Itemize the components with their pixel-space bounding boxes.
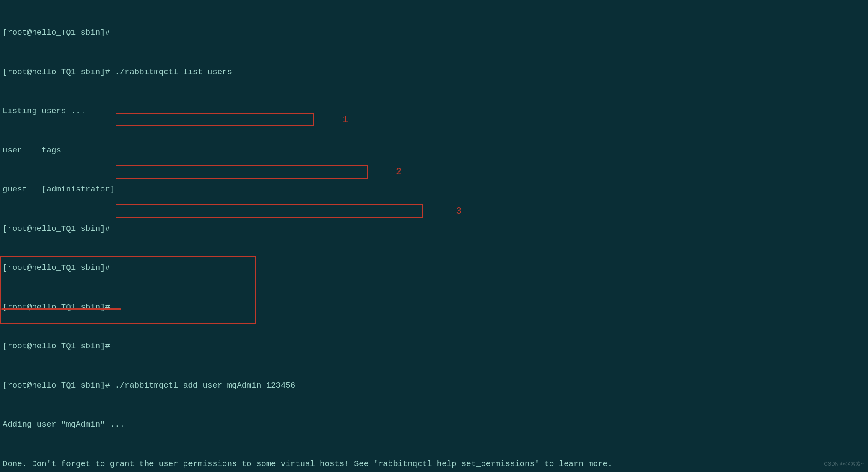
terminal-line: [root@hello_TQ1 sbin]# [3,261,865,275]
terminal-line: [root@hello_TQ1 sbin]# [3,222,865,236]
terminal-line: [root@hello_TQ1 sbin]# [3,340,865,353]
prompt-text: [root@hello_TQ1 sbin]# [3,381,115,390]
underline-mqadmin [1,308,121,310]
terminal-line: [root@hello_TQ1 sbin]# [3,301,865,314]
badge-1: 1 [342,114,348,127]
terminal-output[interactable]: [root@hello_TQ1 sbin]# [root@hello_TQ1 s… [0,0,868,472]
watermark-text: CSDN @@素素~ [824,457,864,471]
highlight-box-2 [116,165,368,179]
terminal-line: user tags [3,144,865,157]
terminal-line: Done. Don't forget to grant the user per… [3,457,865,471]
badge-3: 3 [456,205,461,218]
terminal-line: [root@hello_TQ1 sbin]# ./rabbitmqctl add… [3,379,865,392]
highlight-box-3 [116,204,423,218]
command-text: ./rabbitmqctl add_user mqAdmin 123456 [115,381,295,390]
badge-2: 2 [396,166,401,179]
terminal-line: guest [administrator] [3,183,865,196]
terminal-line: Listing users ... [3,105,865,118]
terminal-line: [root@hello_TQ1 sbin]# [3,26,865,39]
terminal-line: [root@hello_TQ1 sbin]# ./rabbitmqctl lis… [3,66,865,79]
terminal-line: Adding user "mqAdmin" ... [3,418,865,431]
